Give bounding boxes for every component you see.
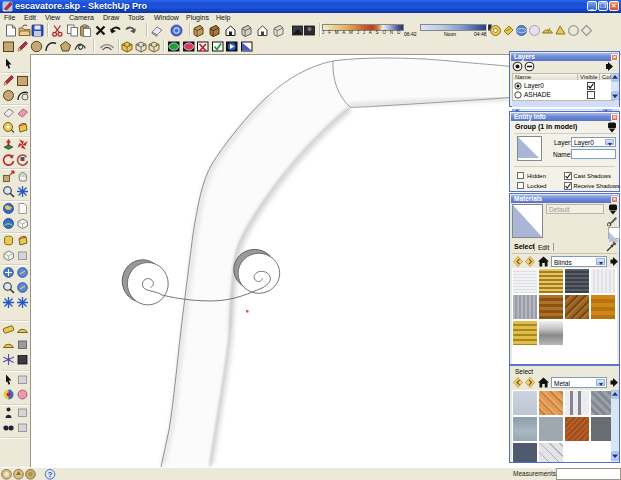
svg-text:?: ? xyxy=(48,470,53,479)
